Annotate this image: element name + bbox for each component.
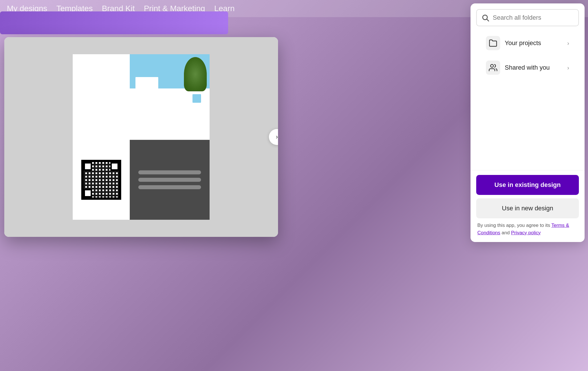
modal-container: › bbox=[4, 37, 278, 237]
architectural-photo bbox=[130, 54, 210, 140]
qr-inner bbox=[84, 162, 119, 197]
qr-corner-tl bbox=[84, 162, 92, 171]
qr-code bbox=[81, 160, 121, 200]
your-projects-icon-wrap bbox=[486, 36, 500, 50]
shared-icon bbox=[489, 63, 497, 72]
your-projects-item[interactable]: Your projects › bbox=[479, 31, 576, 55]
folder-list: Your projects › Shared with you › bbox=[476, 26, 579, 84]
text-line-1 bbox=[138, 170, 201, 174]
shared-with-you-icon-wrap bbox=[486, 61, 500, 75]
use-existing-design-button[interactable]: Use in existing design bbox=[476, 175, 579, 195]
search-input[interactable] bbox=[493, 14, 574, 21]
dropdown-bottom-section: Use in existing design Use in new design… bbox=[471, 170, 585, 242]
tree-shape bbox=[184, 57, 207, 91]
svg-point-2 bbox=[490, 64, 493, 67]
chevron-right-icon: › bbox=[276, 133, 278, 141]
design-card bbox=[73, 54, 210, 220]
design-preview-area: › bbox=[4, 37, 278, 237]
privacy-policy-link[interactable]: Privacy policy bbox=[511, 230, 541, 235]
card-top-left bbox=[73, 54, 130, 140]
text-lines bbox=[135, 170, 204, 189]
terms-text: By using this app, you agree to its Term… bbox=[476, 222, 579, 236]
folder-dropdown-panel: Your projects › Shared with you › bbox=[471, 3, 585, 242]
your-projects-label: Your projects bbox=[505, 39, 563, 47]
shared-with-you-label: Shared with you bbox=[505, 64, 563, 71]
dropdown-top-section: Your projects › Shared with you › bbox=[471, 3, 585, 84]
search-icon bbox=[481, 14, 489, 22]
card-top-right bbox=[130, 54, 210, 140]
dropdown-spacer bbox=[471, 84, 585, 170]
text-line-2 bbox=[138, 178, 201, 182]
text-line-3 bbox=[138, 185, 201, 189]
building-shape bbox=[130, 88, 210, 140]
search-bar[interactable] bbox=[476, 9, 579, 26]
shared-chevron-icon: › bbox=[567, 64, 569, 71]
terms-prefix: By using this app, you agree to its bbox=[477, 223, 551, 228]
background-bar bbox=[0, 11, 228, 34]
shared-with-you-item[interactable]: Shared with you › bbox=[479, 55, 576, 80]
terms-connector: and bbox=[500, 230, 511, 235]
qr-corner-tr bbox=[110, 162, 119, 171]
use-new-design-button[interactable]: Use in new design bbox=[476, 198, 579, 218]
next-arrow-button[interactable]: › bbox=[269, 129, 278, 145]
your-projects-chevron-icon: › bbox=[567, 40, 569, 47]
svg-line-1 bbox=[487, 19, 488, 21]
folder-icon bbox=[489, 39, 497, 47]
card-top bbox=[73, 54, 210, 140]
card-bottom-right bbox=[130, 140, 210, 220]
card-bottom bbox=[73, 140, 210, 220]
qr-corner-bl bbox=[84, 189, 92, 197]
card-bottom-left bbox=[73, 140, 130, 220]
